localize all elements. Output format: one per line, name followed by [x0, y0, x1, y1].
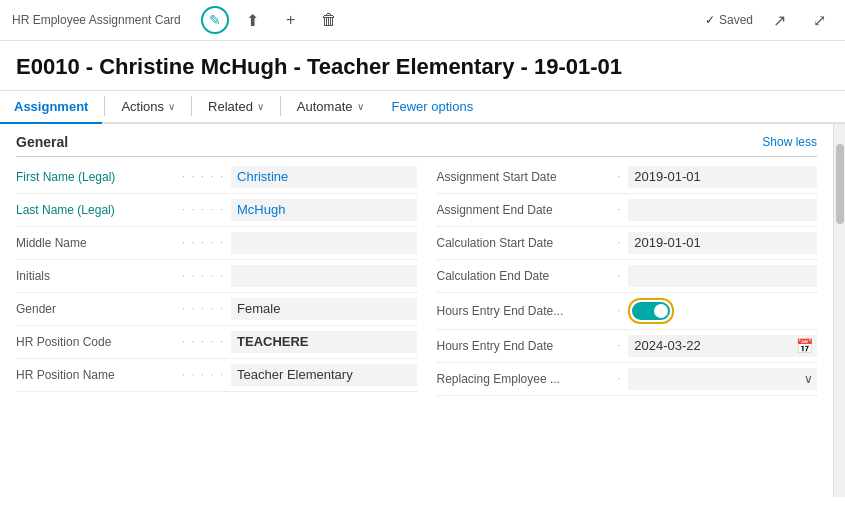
label-middle-name: Middle Name [16, 236, 176, 250]
value-last-name[interactable]: McHugh [231, 199, 416, 221]
dots-calculation-start-date: · [618, 237, 623, 248]
edit-button[interactable]: ✎ [201, 6, 229, 34]
field-calculation-start-date: Calculation Start Date · 2019-01-01 [437, 227, 818, 260]
share-icon: ⬆ [246, 11, 259, 30]
value-assignment-end-date[interactable] [628, 199, 817, 221]
field-replacing-employee: Replacing Employee ... · ∨ [437, 363, 818, 396]
action-bar: Assignment Actions ∨ Related ∨ Automate … [0, 91, 845, 124]
delete-button[interactable]: 🗑 [315, 6, 343, 34]
tab-automate[interactable]: Automate ∨ [283, 91, 378, 124]
label-assignment-end-date: Assignment End Date [437, 203, 612, 217]
field-hr-position-name: HR Position Name · · · · · Teacher Eleme… [16, 359, 417, 392]
field-assignment-start-date: Assignment Start Date · 2019-01-01 [437, 161, 818, 194]
value-first-name[interactable]: Christine [231, 166, 416, 188]
divider-2 [191, 96, 192, 116]
add-button[interactable]: + [277, 6, 305, 34]
field-hours-entry-toggle: Hours Entry End Date... · [437, 293, 818, 330]
tab-actions[interactable]: Actions ∨ [107, 91, 189, 124]
left-column: First Name (Legal) · · · · · Christine L… [16, 161, 417, 396]
edit-icon: ✎ [209, 12, 221, 28]
label-initials: Initials [16, 269, 176, 283]
dropdown-arrow-icon[interactable]: ∨ [800, 370, 817, 388]
section-title: General [16, 134, 68, 150]
dots-middle-name: · · · · · [182, 237, 225, 248]
scrollbar-thumb [836, 144, 844, 224]
field-middle-name: Middle Name · · · · · [16, 227, 417, 260]
dots-hours-entry-toggle: · [618, 305, 623, 316]
field-assignment-end-date: Assignment End Date · [437, 194, 818, 227]
label-calculation-end-date: Calculation End Date [437, 269, 612, 283]
check-icon: ✓ [705, 13, 715, 27]
divider-1 [104, 96, 105, 116]
dots-hr-position-code: · · · · · [182, 336, 225, 347]
scrollbar[interactable] [833, 124, 845, 497]
dots-assignment-end-date: · [618, 204, 623, 215]
label-hours-entry-toggle: Hours Entry End Date... [437, 304, 612, 318]
dots-replacing-employee: · [618, 373, 623, 384]
replacing-employee-field[interactable]: ∨ [628, 368, 817, 390]
show-less-button[interactable]: Show less [762, 135, 817, 149]
dots-calculation-end-date: · [618, 270, 623, 281]
expand-icon: ⤢ [813, 11, 826, 30]
saved-status: ✓ Saved [705, 13, 753, 27]
field-last-name: Last Name (Legal) · · · · · McHugh [16, 194, 417, 227]
field-gender: Gender · · · · · Female [16, 293, 417, 326]
share-button[interactable]: ⬆ [239, 6, 267, 34]
main-content: General Show less First Name (Legal) · ·… [0, 124, 833, 497]
dots-first-name: · · · · · [182, 171, 225, 182]
right-column: Assignment Start Date · 2019-01-01 Assig… [417, 161, 818, 396]
label-assignment-start-date: Assignment Start Date [437, 170, 612, 184]
divider-3 [280, 96, 281, 116]
top-bar-icons: ✎ ⬆ + 🗑 [201, 6, 343, 34]
value-calculation-start-date[interactable]: 2019-01-01 [628, 232, 817, 254]
value-hours-entry-end-date: 2024-03-22 [628, 336, 792, 355]
top-bar-right: ✓ Saved ↗ ⤢ [705, 6, 833, 34]
label-first-name: First Name (Legal) [16, 170, 176, 184]
value-initials[interactable] [231, 265, 416, 287]
value-assignment-start-date[interactable]: 2019-01-01 [628, 166, 817, 188]
label-hr-position-name: HR Position Name [16, 368, 176, 382]
value-gender[interactable]: Female [231, 298, 416, 320]
hours-entry-end-date-field[interactable]: 2024-03-22 📅 [628, 335, 817, 357]
label-last-name: Last Name (Legal) [16, 203, 176, 217]
label-gender: Gender [16, 302, 176, 316]
top-bar-title: HR Employee Assignment Card [12, 13, 181, 27]
value-hr-position-name[interactable]: Teacher Elementary [231, 364, 416, 386]
calendar-icon[interactable]: 📅 [792, 336, 817, 356]
automate-chevron-icon: ∨ [357, 101, 364, 112]
tab-related[interactable]: Related ∨ [194, 91, 278, 124]
actions-chevron-icon: ∨ [168, 101, 175, 112]
page-title: E0010 - Christine McHugh - Teacher Eleme… [0, 41, 845, 91]
open-external-icon: ↗ [773, 11, 786, 30]
dots-hr-position-name: · · · · · [182, 369, 225, 380]
value-replacing-employee [628, 377, 800, 381]
field-calculation-end-date: Calculation End Date · [437, 260, 818, 293]
dots-assignment-start-date: · [618, 171, 623, 182]
toggle-knob [654, 304, 668, 318]
dots-gender: · · · · · [182, 303, 225, 314]
field-first-name: First Name (Legal) · · · · · Christine [16, 161, 417, 194]
label-replacing-employee: Replacing Employee ... [437, 372, 612, 386]
add-icon: + [286, 11, 295, 29]
label-hr-position-code: HR Position Code [16, 335, 176, 349]
label-hours-entry-end-date: Hours Entry End Date [437, 339, 612, 353]
expand-button[interactable]: ⤢ [805, 6, 833, 34]
field-initials: Initials · · · · · [16, 260, 417, 293]
fewer-options-button[interactable]: Fewer options [378, 91, 488, 122]
value-calculation-end-date[interactable] [628, 265, 817, 287]
toggle-highlight-border [628, 298, 674, 324]
top-bar: HR Employee Assignment Card ✎ ⬆ + 🗑 ✓ Sa… [0, 0, 845, 41]
dots-hours-entry-end-date: · [618, 340, 623, 351]
dots-last-name: · · · · · [182, 204, 225, 215]
hours-entry-toggle[interactable] [632, 302, 670, 320]
value-hr-position-code[interactable]: TEACHERE [231, 331, 416, 353]
value-middle-name[interactable] [231, 232, 416, 254]
label-calculation-start-date: Calculation Start Date [437, 236, 612, 250]
tab-assignment[interactable]: Assignment [0, 91, 102, 124]
open-external-button[interactable]: ↗ [765, 6, 793, 34]
dots-initials: · · · · · [182, 270, 225, 281]
trash-icon: 🗑 [321, 11, 337, 29]
content-area: General Show less First Name (Legal) · ·… [0, 124, 845, 497]
related-chevron-icon: ∨ [257, 101, 264, 112]
section-header: General Show less [16, 124, 817, 157]
